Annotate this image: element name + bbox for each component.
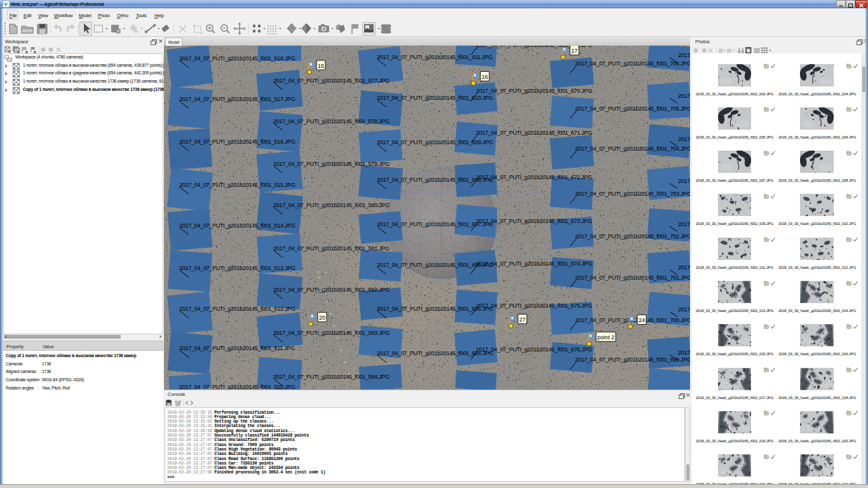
svg-text:17: 17 bbox=[571, 48, 578, 54]
svg-text:27: 27 bbox=[519, 316, 526, 323]
svg-text:2017_04_07_PUTI_g201b20145_f00: 2017_04_07_PUTI_g201b20145_f001_512.JPG bbox=[179, 306, 295, 312]
svg-text:2017_: 2017_ bbox=[678, 136, 690, 142]
svg-text:2017_04_07_PUTI_g201b20145_f00: 2017_04_07_PUTI_g201b20145_f001_674.JPG bbox=[476, 261, 592, 267]
svg-text:16: 16 bbox=[482, 74, 488, 80]
svg-text:2017_04_07_PUTI_g201b20145_f00: 2017_04_07_PUTI_g201b20145_f001_703.JPG bbox=[575, 191, 690, 197]
svg-text:2017_04_07_PUTI_g201b20145_f00: 2017_04_07_PUTI_g201b20145_f001_580.JPG bbox=[273, 202, 390, 208]
svg-text:2017_04_07_PUTI_g201b20145_f00: 2017_04_07_PUTI_g201b20145_f001_579.JPG bbox=[273, 161, 390, 167]
svg-text:2017_: 2017_ bbox=[678, 178, 690, 184]
svg-text:2017_04_07_PUTI_g201b20145_f00: 2017_04_07_PUTI_g201b20145_f001_581.JPG bbox=[273, 245, 390, 252]
svg-text:2017_04_07_PUTI_g201b20145_f00: 2017_04_07_PUTI_g201b20145_f001_513.JPG bbox=[179, 265, 295, 271]
svg-text:point 2: point 2 bbox=[597, 334, 614, 341]
svg-text:2017_04_07_PUTI_g201b20145_f00: 2017_04_07_PUTI_g201b20145_f001_515.JPG bbox=[179, 182, 295, 188]
svg-text:2017_04_07_PUTI_g201b20145_f00: 2017_04_07_PUTI_g201b20145_f001_582.JPG bbox=[273, 287, 390, 293]
svg-text:2017_04_07_PUTI_g201b20145_f00: 2017_04_07_PUTI_g201b20145_f001_673.JPG bbox=[476, 218, 592, 224]
svg-text:2017_: 2017_ bbox=[678, 264, 690, 271]
svg-text:2017_04_07_PUTI_g201b20145_f00: 2017_04_07_PUTI_g201b20145_f001_511.JPG bbox=[179, 345, 295, 351]
svg-text:2017_04_07_PUTI_g201b20145_f00: 2017_04_07_PUTI_g201b20145_f001_705.JPG bbox=[575, 105, 690, 112]
svg-text:2017_04_07_PUTI_g201b20145_f00: 2017_04_07_PUTI_g201b20145_f001_609.JPG bbox=[377, 139, 493, 146]
svg-text:2017_04_07_PUTI_g201b20145_f00: 2017_04_07_PUTI_g201b20145_f001_516.JPG bbox=[179, 139, 295, 145]
svg-text:2017_04_07_PUTI_g201b20145_f00: 2017_04_07_PUTI_g201b20145_f001_510.JPG bbox=[179, 384, 295, 390]
svg-text:2017_: 2017_ bbox=[678, 306, 690, 313]
svg-text:15: 15 bbox=[318, 63, 324, 69]
svg-text:2017_04_07_PUTI_g201b20145_f00: 2017_04_07_PUTI_g201b20145_f001_702.JPG bbox=[575, 233, 690, 240]
svg-text:2017_04_07_PUTI_g201b20145_f00: 2017_04_07_PUTI_g201b20145_f001_706.JPG bbox=[575, 60, 690, 67]
svg-text:24: 24 bbox=[639, 317, 645, 323]
svg-text:2017_: 2017_ bbox=[678, 93, 690, 99]
svg-text:2017_04_07_PUTI_g201b20145_f00: 2017_04_07_PUTI_g201b20145_f001_675.JPG bbox=[476, 302, 592, 309]
svg-text:2017_04_07_PUTI_g201b20145_f00: 2017_04_07_PUTI_g201b20145_f001_583.JPG bbox=[273, 330, 390, 336]
svg-text:2017_04_07_PUTI_g201b20145_f00: 2017_04_07_PUTI_g201b20145_f001_676.JPG bbox=[476, 346, 592, 353]
svg-text:2017_04_07_PUTI_g201b20145_f00: 2017_04_07_PUTI_g201b20145_f001_701.JPG bbox=[575, 274, 690, 281]
svg-text:2017_04_07_PUTI_g201b20145_f00: 2017_04_07_PUTI_g201b20145_f001_577.JPG bbox=[273, 78, 390, 84]
svg-text:2017_04_07_PUTI_g201b20145_f00: 2017_04_07_PUTI_g201b20145_f001_672.JPG bbox=[476, 174, 592, 180]
svg-text:2017_04_07_PUTI_g201b20145_f00: 2017_04_07_PUTI_g201b20145_f001_611.JPG bbox=[377, 54, 492, 60]
svg-text:2017_04_07_PUTI_g201b20145_f00: 2017_04_07_PUTI_g201b20145_f001_517.JPG bbox=[179, 96, 295, 102]
svg-text:2017_: 2017_ bbox=[678, 349, 690, 356]
svg-text:2017_04_07_PUTI_g201b20145_f00: 2017_04_07_PUTI_g201b20145_f001_578.JPG bbox=[273, 118, 390, 125]
svg-text:2017_: 2017_ bbox=[678, 52, 690, 58]
svg-text:20: 20 bbox=[319, 315, 325, 321]
svg-text:2017_: 2017_ bbox=[678, 221, 690, 227]
svg-text:2017_04_07_PUTI_g201b20145_f00: 2017_04_07_PUTI_g201b20145_f001_671.JPG bbox=[476, 130, 592, 136]
svg-text:2017_04_07_PUTI_g201b20145_f00: 2017_04_07_PUTI_g201b20145_f001_514.JPG bbox=[179, 222, 295, 229]
svg-text:2017_04_07_PUTI_g201b20145_f00: 2017_04_07_PUTI_g201b20145_f001_584.JPG bbox=[273, 374, 390, 380]
svg-text:2017_04_07_PUTI_g201b20145_f00: 2017_04_07_PUTI_g201b20145_f001_518.JPG bbox=[179, 55, 295, 62]
svg-text:2017_04_07_PUTI_g201b20145_f00: 2017_04_07_PUTI_g201b20145_f001_670.JPG bbox=[476, 88, 592, 94]
svg-text:2017_04_07_PUTI_g201b20145_f00: 2017_04_07_PUTI_g201b20145_f001_704.JPG bbox=[575, 146, 690, 152]
